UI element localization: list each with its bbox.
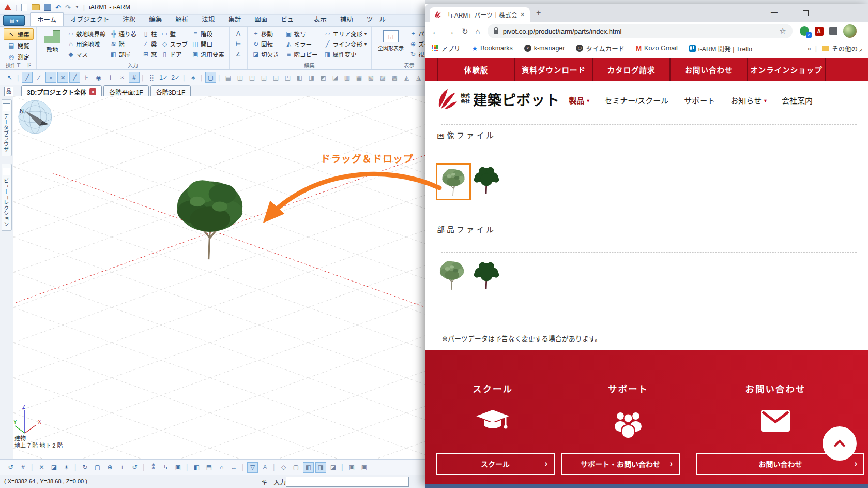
toolbar-icon[interactable]: ▢ — [291, 462, 301, 473]
ribbon-tab[interactable]: 集計 — [221, 12, 248, 26]
toolbar-icon[interactable]: │ — [272, 462, 277, 473]
toolbar-icon[interactable]: ◮ — [413, 72, 424, 83]
bookmark-gmail[interactable]: MKozo Gmail — [636, 45, 677, 52]
toolbar-icon[interactable]: ◉ — [93, 72, 104, 83]
site-top-nav-tab[interactable]: オンラインショップ — [747, 58, 826, 81]
view-collection-tab[interactable]: ビューコレクション — [2, 164, 12, 231]
toolbar-icon[interactable]: ◨ — [306, 72, 317, 83]
ribbon-tab[interactable]: 表示 — [307, 12, 333, 26]
toolbar-icon[interactable]: ▢ — [205, 72, 216, 83]
bookmark-star-icon[interactable]: ☆ — [779, 26, 786, 36]
toolbar-icon[interactable]: 2✓ — [170, 72, 181, 83]
toolbar-icon[interactable]: ↺ — [129, 462, 140, 473]
toolbar-icon[interactable]: ↳ — [160, 462, 171, 473]
toolbar-icon[interactable]: ▽ — [247, 462, 258, 473]
toolbar-icon[interactable]: ✕ — [36, 462, 47, 473]
image-file-tree1-selected[interactable] — [436, 163, 471, 200]
ribbon-item[interactable]: +パン — [407, 28, 425, 39]
annotate-tool-icon[interactable]: ∠ — [236, 49, 241, 60]
toolbar-icon[interactable]: ◭ — [401, 72, 412, 83]
toolbar-icon[interactable]: ◇ — [278, 462, 289, 473]
toolbar-icon[interactable]: ⣿ — [146, 72, 157, 83]
ribbon-item[interactable]: ▣複写 — [283, 28, 322, 39]
browser-minimize-button[interactable]: — — [771, 8, 778, 16]
annotate-tool-icon[interactable]: ⊢ — [236, 39, 241, 49]
back-icon[interactable]: ← — [432, 27, 439, 35]
ribbon-item[interactable]: ◨属性変更 — [322, 49, 369, 60]
ribbon-item[interactable]: ↻視点回転 — [407, 49, 425, 60]
toolbar-icon[interactable]: ∕ — [34, 72, 44, 83]
navigation-compass[interactable]: N — [19, 100, 52, 134]
ribbon-item[interactable]: ▯ドア — [159, 49, 190, 60]
toolbar-icon[interactable]: ✕ — [57, 72, 68, 83]
part-file-tree2[interactable] — [472, 261, 501, 291]
pdf-extension-icon[interactable]: A — [815, 27, 824, 36]
ribbon-tab[interactable]: 図面 — [248, 12, 274, 26]
toolbar-icon[interactable]: ▫ — [45, 72, 56, 83]
ribbon-item[interactable]: ◭ミラー — [283, 39, 322, 49]
ribbon-item[interactable]: ◇スラブ — [159, 39, 190, 49]
toolbar-icon[interactable]: │ — [73, 462, 78, 473]
toolbar-icon[interactable]: ⁙ — [117, 72, 128, 83]
toolbar-icon[interactable]: │ — [182, 72, 187, 83]
ribbon-item[interactable]: ≋階 — [108, 39, 139, 49]
image-file-tree2[interactable] — [472, 166, 501, 196]
ribbon-button[interactable]: ▤ 閲覧 — [4, 40, 34, 51]
ribbon-item[interactable]: ╱ライン変形▾ — [322, 39, 369, 49]
annotate-tool-icon[interactable]: A — [236, 28, 240, 39]
toolbar-icon[interactable]: ▣ — [359, 462, 370, 473]
toolbar-icon[interactable]: ▢ — [92, 462, 103, 473]
toolbar-icon[interactable]: ↻ — [80, 462, 90, 473]
ribbon-item[interactable]: ▯柱 — [140, 28, 159, 39]
site-nav-item[interactable]: セミナー/スクール — [604, 95, 670, 106]
support-contact-button[interactable]: サポート・お問い合わせ › — [561, 453, 680, 475]
toolbar-icon[interactable]: ▣ — [346, 462, 357, 473]
bookmark-bookmarks[interactable]: ★Bookmarks — [472, 45, 513, 52]
ribbon-item[interactable]: ⌂用途地域 — [65, 39, 108, 49]
bookmark-k-manager[interactable]: kk-manager — [524, 45, 565, 52]
ribbon-tab[interactable]: 注釈 — [116, 12, 142, 26]
browser-maximize-button[interactable] — [803, 10, 809, 16]
ribbon-item[interactable]: +移動 — [250, 28, 283, 39]
ribbon-item[interactable]: ◧部屋 — [108, 49, 139, 60]
toolbar-icon[interactable]: ∔ — [105, 72, 116, 83]
site-nav-item[interactable]: お知らせ▼ — [730, 95, 768, 106]
undo-icon[interactable]: ↶ — [55, 4, 61, 11]
ribbon-tab[interactable]: 補助 — [333, 12, 360, 26]
toolbar-icon[interactable]: │ — [185, 462, 190, 473]
site-nav-item[interactable]: 製品▼ — [569, 95, 590, 106]
ribbon-tab[interactable]: オブジェクト — [64, 12, 116, 26]
extensions-puzzle-icon[interactable] — [829, 27, 837, 35]
toolbar-icon[interactable]: # — [18, 462, 28, 473]
toolbar-icon[interactable]: ◪ — [328, 462, 339, 473]
toolbar-icon[interactable]: ▨ — [377, 72, 388, 83]
site-top-nav-tab[interactable]: 資料ダウンロード — [514, 58, 592, 81]
extension-icon-green[interactable]: 2 — [800, 26, 809, 36]
site-top-nav-tab[interactable]: お問い合わせ — [669, 58, 747, 81]
ribbon-item[interactable]: ≡階段 — [190, 28, 226, 39]
ribbon-item[interactable]: ◆マス — [65, 49, 108, 60]
toolbar-icon[interactable]: │ — [200, 72, 204, 83]
toolbar-icon[interactable]: ⊕ — [104, 462, 115, 473]
ribbon-tab[interactable]: 法規 — [195, 12, 221, 26]
ribbon-tab[interactable]: ホーム — [30, 12, 64, 26]
site-nav-item[interactable]: サポート — [684, 95, 717, 106]
toolbar-icon[interactable]: ⌂ — [216, 462, 227, 473]
ribbon-item[interactable]: ≡階コピー — [283, 49, 322, 60]
toolbar-icon[interactable]: ╱ — [22, 72, 33, 83]
ribbon-item[interactable]: ▱エリア変形▾ — [322, 28, 369, 39]
toolbar-icon[interactable]: # — [129, 72, 140, 83]
toolbar-icon[interactable]: ⁑ — [148, 462, 159, 473]
part-file-tree1[interactable] — [438, 259, 466, 292]
ribbon-tab[interactable]: ビュー — [274, 12, 307, 26]
key-input-field[interactable] — [286, 477, 409, 487]
toolbar-icon[interactable]: ◪ — [49, 462, 59, 473]
close-tab-icon[interactable]: ✕ — [520, 11, 525, 18]
toolbar-icon[interactable]: ◩ — [318, 72, 329, 83]
site-nav-item[interactable]: 会社案内 — [782, 95, 814, 106]
other-bookmarks[interactable]: その他のブ — [822, 43, 862, 53]
ribbon-item[interactable]: ◫開口 — [190, 39, 226, 49]
toolbar-icon[interactable]: ◧ — [303, 462, 314, 473]
data-browser-tab[interactable]: データブラウザ — [2, 99, 12, 156]
fit-view-button[interactable]: ◱ 全図形表示 — [374, 28, 407, 62]
